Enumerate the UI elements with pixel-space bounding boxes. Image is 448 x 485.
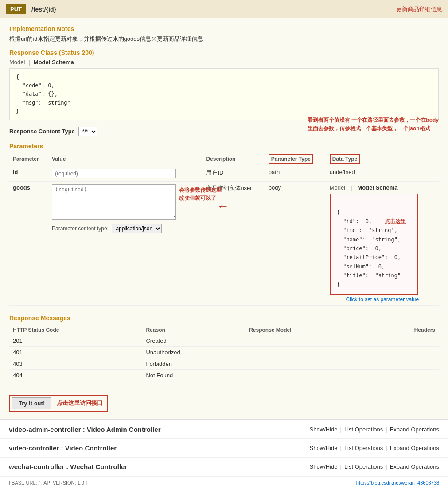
data-type-id: undefined — [326, 166, 439, 181]
status-201: 201 — [9, 335, 142, 346]
impl-notes-title: Implementation Notes — [9, 25, 439, 32]
param-desc-id: 用户ID — [203, 166, 265, 181]
table-row: 201 Created — [9, 335, 439, 346]
col-parameter: Parameter — [9, 152, 48, 166]
endpoint-description: 更新商品详细信息 — [396, 5, 442, 13]
expand-ops-video-admin[interactable]: Expand Operations — [390, 426, 439, 433]
controller-row-video: video-controller : Video Controller Show… — [0, 439, 448, 458]
col-parameter-type: Parameter Type — [265, 152, 326, 166]
response-content-type-label: Response Content Type — [9, 128, 75, 135]
status-403: 403 — [9, 358, 142, 369]
endpoint-path: /test/{id} — [31, 6, 56, 13]
response-class-title: Response Class (Status 200) — [9, 49, 439, 56]
footer-base-url: [ BASE URL: / , API VERSION: 1.0 ] — [9, 480, 87, 485]
try-it-container: Try it out! 点击这里访问接口 — [9, 388, 439, 412]
table-row: goods 会将参数传到这里改变值就可以了 ← Parameter conten… — [9, 181, 439, 305]
param-data-type-goods: Model | Model Schema { "id": 0, 点击这里 "im… — [326, 181, 439, 305]
col-data-type: Data Type — [326, 152, 439, 166]
col-headers: Headers — [369, 325, 439, 335]
footer: [ BASE URL: / , API VERSION: 1.0 ] https… — [0, 476, 448, 485]
impl-notes-text: 根据url的id来指定更新对象，并根据传过来的goods信息来更新商品详细信息 — [9, 35, 439, 43]
parameters-title: Parameters — [9, 143, 439, 150]
col-response-model: Response Model — [245, 325, 369, 335]
controller-actions-video-admin: Show/Hide | List Operations | Expand Ope… — [310, 426, 439, 433]
goods-textarea[interactable] — [52, 184, 176, 220]
response-json-block: { "code": 0, "data": {}, "msg": "string"… — [9, 68, 439, 120]
table-row: 401 Unauthorized — [9, 346, 439, 358]
param-content-type: Parameter content type: application/json — [52, 224, 199, 233]
schema-model-tabs: Model | Model Schema — [330, 184, 435, 191]
status-401: 401 — [9, 346, 142, 358]
controllers-section: video-admin-controller : Video Admin Con… — [0, 419, 448, 476]
endpoint-header: PUT /test/{id} 更新商品详细信息 — [0, 0, 448, 18]
red-arrow-icon: ← — [217, 199, 229, 213]
schema-model-tab[interactable]: Model — [330, 184, 345, 191]
param-name-id: id — [9, 166, 48, 181]
model-tabs: Model | Model Schema — [9, 59, 439, 66]
col-description: Description — [203, 152, 265, 166]
param-value-goods[interactable]: 会将参数传到这里改变值就可以了 ← Parameter content type… — [48, 181, 203, 305]
expand-ops-video[interactable]: Expand Operations — [390, 445, 439, 451]
param-type-goods: body — [265, 181, 326, 305]
list-ops-wechat[interactable]: List Operations — [344, 463, 383, 470]
controller-title-wechat: wechat-controller : Wechat Controller — [9, 463, 127, 470]
try-it-area: Try it out! 点击这里访问接口 — [9, 395, 108, 412]
schema-model-schema-tab[interactable]: Model Schema — [358, 184, 398, 191]
list-ops-video-admin[interactable]: List Operations — [344, 426, 383, 433]
reason-401: Unauthorized — [142, 346, 245, 358]
col-reason: Reason — [142, 325, 245, 335]
list-ops-video[interactable]: List Operations — [344, 445, 383, 451]
top-annotation: 看到者两个值没有 一个在路径里面去参数，一个在body里面去参数，传参格式一个基… — [308, 116, 439, 133]
controller-actions-video: Show/Hide | List Operations | Expand Ope… — [310, 445, 439, 451]
response-messages-title: Response Messages — [9, 314, 439, 322]
parameters-section: 看到者两个值没有 一个在路径里面去参数，一个在body里面去参数，传参格式一个基… — [9, 143, 439, 306]
param-value-id[interactable] — [48, 166, 203, 181]
table-row: 403 Forbidden — [9, 358, 439, 369]
try-it-annotation: 点击这里访问接口 — [57, 399, 105, 407]
content-type-select[interactable]: application/json — [112, 224, 162, 233]
controller-title-video: video-controller : Video Controller — [9, 444, 117, 452]
show-hide-video-admin[interactable]: Show/Hide — [310, 426, 338, 433]
method-badge: PUT — [6, 4, 26, 14]
show-hide-video[interactable]: Show/Hide — [310, 445, 338, 451]
try-it-button[interactable]: Try it out! — [12, 397, 51, 409]
textarea-annotation: 会将参数传到这里改变值就可以了 — [179, 186, 222, 202]
param-name-goods: goods — [9, 181, 48, 305]
status-404: 404 — [9, 369, 142, 381]
content-area: Implementation Notes 根据url的id来指定更新对象，并根据… — [0, 18, 448, 419]
controller-row-wechat: wechat-controller : Wechat Controller Sh… — [0, 458, 448, 476]
controller-row-video-admin: video-admin-controller : Video Admin Con… — [0, 420, 448, 439]
show-hide-wechat[interactable]: Show/Hide — [310, 463, 338, 470]
click-to-set-link[interactable]: Click to set as parameter value — [330, 296, 435, 303]
schema-json-box: { "id": 0, 点击这里 "img": "string", "name":… — [330, 194, 418, 295]
controller-actions-wechat: Show/Hide | List Operations | Expand Ope… — [310, 463, 439, 470]
tab-divider: | — [28, 59, 30, 66]
col-status-code: HTTP Status Code — [9, 325, 142, 335]
table-row: 404 Not Found — [9, 369, 439, 381]
param-type-id: path — [265, 166, 326, 181]
reason-201: Created — [142, 335, 245, 346]
controller-title-video-admin: video-admin-controller : Video Admin Con… — [9, 426, 161, 433]
id-input[interactable] — [52, 169, 176, 178]
parameters-table: Parameter Value Description Parameter Ty… — [9, 152, 439, 306]
model-schema-tab[interactable]: Model Schema — [34, 59, 74, 66]
footer-link[interactable]: https://blog.csdn.net/weixin_43608738 — [356, 480, 439, 485]
model-tab[interactable]: Model — [9, 59, 25, 66]
response-content-type-select[interactable]: */* — [78, 127, 97, 136]
reason-404: Not Found — [142, 369, 245, 381]
table-row: id 用户ID path undefined — [9, 166, 439, 181]
response-messages-table: HTTP Status Code Reason Response Model H… — [9, 325, 439, 381]
expand-ops-wechat[interactable]: Expand Operations — [390, 463, 439, 470]
col-value: Value — [48, 152, 203, 166]
reason-403: Forbidden — [142, 358, 245, 369]
